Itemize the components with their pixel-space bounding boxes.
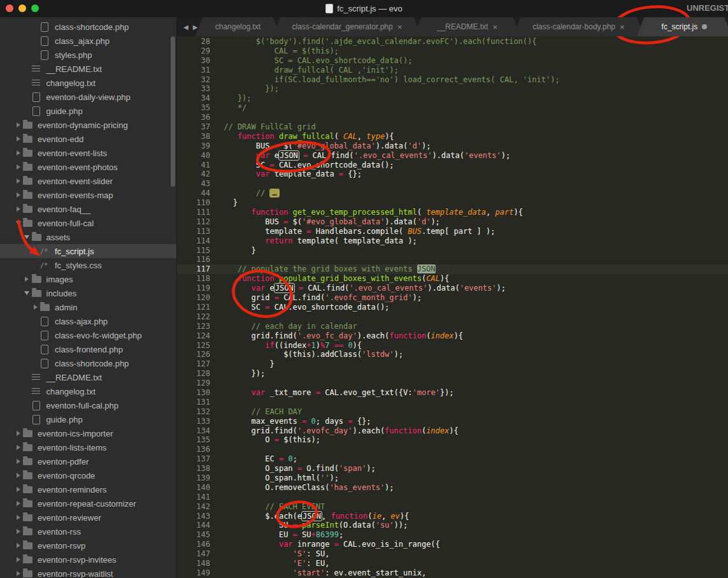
chevron-down-icon[interactable] <box>22 235 32 239</box>
chevron-right-icon[interactable] <box>13 192 23 198</box>
sidebar-item-eventon-event-slider[interactable]: eventon-event-slider <box>0 174 176 188</box>
chevron-right-icon[interactable] <box>13 445 23 450</box>
code-line[interactable]: 41 SC = CAL.evo_shortcode_data(); <box>177 161 728 170</box>
sidebar-item-class-evo-fc-widget.php[interactable]: class-evo-fc-widget.php <box>0 328 176 342</box>
chevron-right-icon[interactable] <box>13 543 23 548</box>
sidebar-item-eventon-rss[interactable]: eventon-rss <box>0 524 176 538</box>
code-line[interactable]: 132 // EACH DAY <box>177 407 728 417</box>
code-line[interactable]: 113 template = Handlebars.compile( BUS.t… <box>177 227 728 236</box>
chevron-right-icon[interactable] <box>13 122 23 127</box>
code-line[interactable]: 119 var eJSON = CAL.find('.evo_cal_event… <box>177 284 728 293</box>
code-line[interactable]: 121 SC = CAL.evo_shortcode_data(); <box>177 303 728 312</box>
code-line[interactable]: 131 <box>177 398 728 407</box>
code-line[interactable]: 30 SC = CAL.evo_shortcode_data(); <box>177 56 728 66</box>
sidebar-item-images[interactable]: images <box>0 272 176 286</box>
code-line[interactable]: 112 BUS = $('#evo_global_data').data('d'… <box>177 217 728 227</box>
code-line[interactable]: 139 O_span.html(''); <box>177 473 728 483</box>
code-line[interactable]: 142 // EACH EVENT <box>177 502 728 512</box>
sidebar-item-class_ajax.php[interactable]: class_ajax.php <box>0 34 176 48</box>
sidebar-item-class-shortcode.php[interactable]: class-shortcode.php <box>0 356 176 370</box>
code-line[interactable]: 143 $.each(eJSON, function(ie, ev){ <box>177 512 728 521</box>
sidebar-item-changelog.txt[interactable]: changelog.txt <box>0 384 176 398</box>
chevron-right-icon[interactable] <box>13 431 23 436</box>
chevron-right-icon[interactable] <box>13 571 23 576</box>
code-line[interactable]: 137 EC = 0; <box>177 454 728 464</box>
tab-fc_script.js[interactable]: fc_script.js <box>636 17 728 36</box>
code-line[interactable]: 130 var _txt_more = CAL.evo_get_txt({V:'… <box>177 388 728 398</box>
code-line[interactable]: 120 grid = CAL.find('.evofc_month_grid')… <box>177 293 728 303</box>
chevron-right-icon[interactable] <box>13 557 23 562</box>
code-line[interactable]: 28 $('body').find('.ajde_evcal_calendar.… <box>177 37 728 47</box>
tab-class-calendar-body.php[interactable]: class-calendar-body.php× <box>513 17 644 36</box>
code-line[interactable]: 128 }); <box>177 369 728 379</box>
sidebar-item-eventon-rsvp[interactable]: eventon-rsvp <box>0 538 176 553</box>
code-line[interactable]: 123 // each day in calendar <box>177 322 728 331</box>
code-line[interactable]: 127 } <box>177 359 728 369</box>
code-line[interactable]: 110 } <box>177 198 728 208</box>
tab-class-calendar_generator.php[interactable]: class-calendar_generator.php× <box>273 17 421 36</box>
sidebar-item-eventon-repeat-customizer[interactable]: eventon-repeat-customizer <box>0 496 176 510</box>
chevron-right-icon[interactable] <box>13 487 23 492</box>
tab-__README.txt[interactable]: __README.txt× <box>413 17 520 36</box>
code-line[interactable]: 117 // populate the grid boxes with even… <box>177 264 728 274</box>
sidebar-item-class-frontend.php[interactable]: class-frontend.php <box>0 342 176 356</box>
chevron-right-icon[interactable] <box>13 501 23 506</box>
sidebar-item-fc_styles.css[interactable]: /*fc_styles.css <box>0 258 176 272</box>
sidebar-item-eventon-full-cal[interactable]: eventon-full-cal <box>0 216 176 230</box>
chevron-right-icon[interactable] <box>13 473 23 478</box>
code-line[interactable]: 138 O_span = O.find('span'); <box>177 464 728 473</box>
code-line[interactable]: 42 var template_data = {}; <box>177 170 728 179</box>
sidebar-item-eventon-reviewer[interactable]: eventon-reviewer <box>0 510 176 524</box>
code-line[interactable]: 149 'start': ev.event_start_unix, <box>177 568 728 578</box>
chevron-right-icon[interactable] <box>13 459 23 464</box>
code-line[interactable]: 33 }); <box>177 84 728 94</box>
code-line[interactable]: 40 var eJSON = CAL.find('.evo_cal_events… <box>177 151 728 161</box>
chevron-right-icon[interactable] <box>13 206 23 212</box>
chevron-right-icon[interactable] <box>13 164 23 170</box>
chevron-right-icon[interactable] <box>13 515 23 520</box>
chevron-down-icon[interactable] <box>22 291 32 295</box>
code-line[interactable]: 36 <box>177 113 728 122</box>
code-line[interactable]: 129 <box>177 379 728 388</box>
code-line[interactable]: 29 CAL = $(this); <box>177 47 728 56</box>
history-back-icon[interactable]: ◀ <box>183 24 189 31</box>
code-line[interactable]: 38 function draw_fullcal( CAL, type){ <box>177 132 728 141</box>
code-line[interactable]: 136 <box>177 445 728 454</box>
chevron-right-icon[interactable] <box>22 277 32 282</box>
code-line[interactable]: 124 grid.find('.evo_fc_day').each(functi… <box>177 331 728 341</box>
code-line[interactable]: 134 grid.find('.evofc_day').each(functio… <box>177 426 728 436</box>
sidebar-item-class-ajax.php[interactable]: class-ajax.php <box>0 314 176 328</box>
chevron-right-icon[interactable] <box>13 529 23 534</box>
chevron-right-icon[interactable] <box>13 136 23 141</box>
sidebar-item-eventon-pdfer[interactable]: eventon-pdfer <box>0 454 176 468</box>
code-line[interactable]: 145 EU = SU+86399; <box>177 530 728 540</box>
code-line[interactable]: 43 <box>177 179 728 189</box>
code-line[interactable]: 115 } <box>177 246 728 256</box>
sidebar-item-admin[interactable]: admin <box>0 300 176 314</box>
code-line[interactable]: 146 var inrange = CAL.evo_is_in_range({ <box>177 540 728 549</box>
sidebar-item-fc_script.js[interactable]: /*fc_script.js <box>0 244 176 258</box>
code-line[interactable]: 144 SU = parseInt(O.data('su')); <box>177 521 728 530</box>
tab-close-icon[interactable]: × <box>492 23 497 31</box>
code-line[interactable]: 126 $(this).addClass('lstdw'); <box>177 350 728 359</box>
code-line[interactable]: 31 draw_fullcal( CAL ,'init'); <box>177 66 728 75</box>
sidebar-scrollbar[interactable] <box>171 36 175 187</box>
sidebar-item-eventon-full-cal.php[interactable]: eventon-full-cal.php <box>0 398 176 412</box>
code-line[interactable]: 37 // DRAW FullCal grid <box>177 122 728 132</box>
sidebar-item-eventon-qrcode[interactable]: eventon-qrcode <box>0 468 176 482</box>
code-area[interactable]: 28 $('body').find('.ajde_evcal_calendar.… <box>177 36 728 578</box>
code-line[interactable]: 39 BUS = $('#evo_global_data').data('d')… <box>177 141 728 151</box>
sidebar-item-eventon-rsvp-waitlist[interactable]: eventon-rsvp-waitlist <box>0 567 176 578</box>
sidebar-item-guide.php[interactable]: guide.php <box>0 412 176 426</box>
sidebar-item-eventon-rsvp-invitees[interactable]: eventon-rsvp-invitees <box>0 553 176 567</box>
code-line[interactable]: 147 'S': SU, <box>177 549 728 559</box>
tab-close-icon[interactable]: × <box>620 23 625 31</box>
code-line[interactable]: 114 return template( template_data ); <box>177 236 728 246</box>
code-line[interactable]: 34 }); <box>177 94 728 103</box>
code-line[interactable]: 125 if((index+1)%7 == 0){ <box>177 341 728 350</box>
sidebar-item-class-shortcode.php[interactable]: class-shortcode.php <box>0 20 176 34</box>
code-line[interactable]: 140 O.removeClass('has_events'); <box>177 483 728 493</box>
code-line[interactable]: 122 <box>177 312 728 322</box>
code-line[interactable]: 148 'E': EU, <box>177 559 728 568</box>
sidebar-item-includes[interactable]: includes <box>0 286 176 300</box>
